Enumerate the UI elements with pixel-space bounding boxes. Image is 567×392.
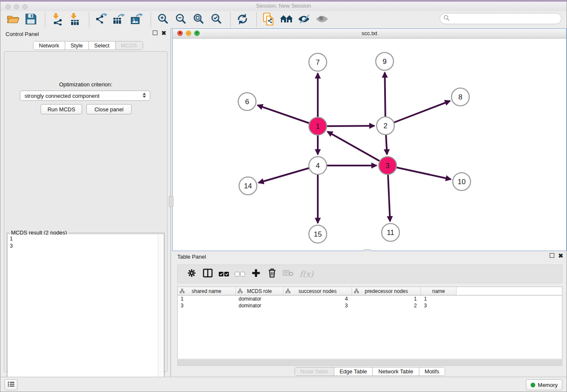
toolbar-separator — [151, 13, 151, 27]
float-window-icon[interactable] — [153, 30, 157, 35]
run-mcds-button[interactable]: Run MCDS — [41, 104, 82, 114]
tab-select[interactable]: Select — [88, 41, 115, 50]
deselect-all-columns-button[interactable] — [233, 268, 247, 280]
tab-network[interactable]: Network — [33, 41, 65, 50]
network-window-title: scc.txt — [173, 30, 566, 36]
table-cell[interactable]: 3 — [284, 303, 352, 309]
export-table-icon — [113, 13, 125, 27]
search-icon — [443, 15, 450, 23]
graph-node-label: 4 — [316, 162, 319, 170]
tab-motifs[interactable]: Motifs — [418, 367, 445, 375]
zoom-selected-button[interactable] — [209, 12, 224, 28]
import-table-icon — [69, 13, 81, 27]
graph-node-label: 3 — [385, 162, 389, 170]
application-window: Session: New Session — [0, 0, 567, 392]
table-cell[interactable]: 1 — [178, 296, 236, 302]
mcds-result-text[interactable]: 1 3 — [8, 235, 158, 391]
close-panel-button[interactable]: Close panel — [86, 104, 132, 114]
table-cell[interactable]: 3 — [178, 303, 236, 309]
plus-icon — [251, 268, 261, 279]
table-cell[interactable]: dominator — [236, 303, 284, 309]
table-cell[interactable]: 1 — [352, 296, 421, 302]
graph-edge-3-10[interactable] — [388, 166, 451, 179]
graph-node-label: 8 — [458, 93, 462, 101]
zoom-in-button[interactable] — [155, 12, 171, 28]
task-history-button[interactable] — [5, 379, 17, 390]
table-cell[interactable]: 3 — [421, 303, 457, 309]
close-icon[interactable]: ✖ — [161, 31, 166, 35]
zoom-fit-button[interactable] — [191, 12, 206, 28]
graph-edge-1-6[interactable] — [258, 105, 318, 126]
close-icon[interactable]: ✖ — [558, 254, 563, 258]
export-image-button[interactable] — [129, 12, 144, 28]
table-cell[interactable]: 4 — [284, 296, 352, 302]
table-row[interactable]: 1dominator411 — [178, 295, 562, 302]
hide-glass-eye-button[interactable] — [297, 12, 312, 28]
column-header-shared-name[interactable]: shared name — [178, 287, 236, 295]
checked-checkboxes-icon — [219, 272, 229, 276]
list-icon — [8, 381, 14, 389]
network-window-titlebar[interactable]: ✕ − + scc.txt — [173, 29, 566, 39]
function-builder-button[interactable]: f(x) — [300, 269, 314, 279]
table-cell[interactable]: dominator — [236, 296, 284, 302]
column-header-successor-nodes[interactable]: successor nodes — [284, 287, 352, 295]
graph-edge-3-1[interactable] — [328, 132, 388, 166]
result-scrollbar[interactable] — [158, 235, 163, 391]
search-field[interactable] — [440, 13, 561, 24]
table-row[interactable]: 3dominator323 — [178, 302, 562, 309]
column-header-label: name — [432, 288, 445, 294]
show-column-panel-button[interactable] — [201, 268, 215, 280]
table-cell[interactable]: 1 — [421, 296, 457, 302]
show-eye-button[interactable] — [314, 12, 330, 28]
import-table-button[interactable] — [67, 12, 83, 28]
memory-button[interactable]: Memory — [526, 379, 562, 390]
column-header-predecessor-nodes[interactable]: predecessor nodes — [352, 287, 421, 295]
hierarchy-sort-icon — [286, 289, 290, 295]
zoom-selected-icon — [210, 13, 223, 27]
export-network-button[interactable] — [94, 12, 109, 28]
import-network-button[interactable] — [50, 12, 65, 28]
app-titlebar: Session: New Session — [0, 0, 567, 11]
copy-network-icon — [262, 12, 275, 28]
refresh-button[interactable] — [235, 12, 250, 28]
tab-node-table[interactable]: Node Table — [295, 367, 334, 375]
chevron-up-down-icon — [143, 93, 146, 98]
tab-style[interactable]: Style — [65, 41, 88, 50]
trash-icon — [267, 268, 277, 280]
vertical-splitter-grip[interactable] — [169, 196, 173, 207]
add-column-button[interactable] — [249, 268, 263, 280]
save-icon — [25, 13, 37, 27]
table-panel-title: Table Panel — [177, 254, 206, 260]
tab-edge-table[interactable]: Edge Table — [333, 367, 372, 375]
export-table-button[interactable] — [111, 12, 127, 28]
toolbar-separator — [230, 13, 231, 27]
network-graph[interactable]: 7968124314101511 — [173, 38, 566, 251]
graph-node-label: 15 — [314, 230, 322, 238]
copy-network-view-button[interactable] — [261, 12, 276, 28]
zoom-out-button[interactable] — [173, 12, 188, 28]
column-header-MCDS-role[interactable]: MCDS role — [236, 287, 284, 295]
export-image-icon — [130, 13, 143, 27]
unchecked-checkboxes-icon — [235, 272, 245, 276]
tab-mcds[interactable]: MCDS — [115, 41, 143, 50]
table-cell[interactable]: 2 — [352, 303, 421, 309]
graph-node-label: 2 — [383, 122, 387, 130]
search-input[interactable] — [451, 15, 561, 22]
column-header-name[interactable]: name — [421, 287, 457, 295]
graph-edge-2-8[interactable] — [385, 101, 450, 126]
home-button[interactable] — [279, 12, 294, 28]
table-horizontal-scrollbar[interactable] — [177, 360, 562, 366]
open-session-button[interactable] — [6, 12, 21, 28]
table-body: 1dominator4113dominator323 — [178, 295, 562, 309]
save-session-button[interactable] — [23, 12, 39, 28]
tab-network-table[interactable]: Network Table — [372, 367, 418, 375]
delete-table-button[interactable] — [281, 268, 295, 280]
table-settings-button[interactable] — [184, 268, 199, 280]
table-toolbar: f(x) — [177, 265, 562, 283]
select-all-columns-button[interactable] — [217, 268, 231, 280]
column-header-label: successor nodes — [298, 288, 336, 294]
float-window-icon[interactable] — [550, 253, 554, 258]
main-toolbar — [0, 11, 567, 29]
delete-column-button[interactable] — [265, 268, 279, 280]
optimization-criterion-select[interactable]: strongly connected component — [20, 91, 150, 101]
